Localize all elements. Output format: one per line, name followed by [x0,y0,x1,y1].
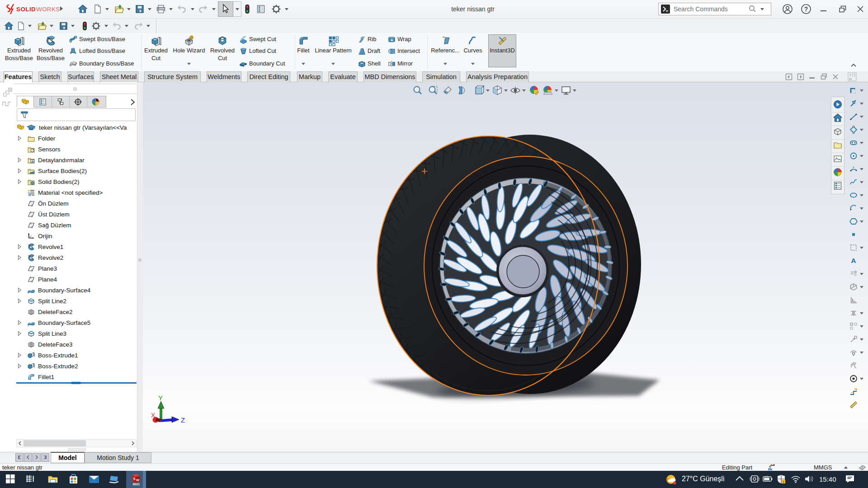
svg-text:2021: 2021 [132,483,140,486]
svg-text:A: A [851,257,856,264]
svg-text:Y: Y [158,394,163,402]
svg-text:Z: Z [181,416,185,424]
svg-text:!: ! [783,480,784,483]
svg-text:WORKS: WORKS [36,6,60,13]
svg-text:A: A [31,160,33,163]
svg-text:?: ? [804,5,808,13]
svg-text:S: S [133,477,135,481]
svg-text:W: W [136,478,140,482]
svg-text:SOLID: SOLID [16,6,36,13]
